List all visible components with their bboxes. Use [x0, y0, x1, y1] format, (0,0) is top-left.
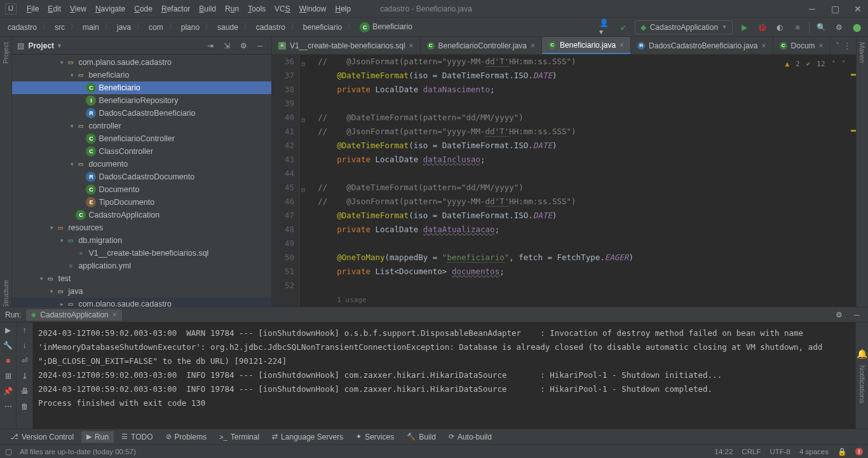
- stop-button[interactable]: ■: [0, 353, 16, 368]
- line-number[interactable]: 42: [272, 139, 294, 153]
- debug-button[interactable]: 🐞: [756, 21, 768, 34]
- fold-icon[interactable]: ⊟: [301, 113, 305, 127]
- status-icon[interactable]: ▢: [5, 447, 12, 456]
- line-number[interactable]: 43: [272, 153, 294, 167]
- line-number[interactable]: 37: [272, 69, 294, 83]
- editor-tab[interactable]: ≡V1__create-table-beneficiarios.sql×: [272, 37, 420, 54]
- tree-arrow-icon[interactable]: ▾: [68, 72, 76, 78]
- tabs-overflow[interactable]: ˅⋮: [831, 37, 856, 54]
- tree-node[interactable]: ▸▭com.plano.saude.cadastro: [12, 298, 271, 307]
- line-number[interactable]: 38: [272, 83, 294, 97]
- run-button[interactable]: ▶: [738, 21, 750, 34]
- line-number[interactable]: 39: [272, 97, 294, 111]
- maximize-button[interactable]: ▢: [830, 4, 840, 14]
- menu-build[interactable]: Build: [195, 3, 220, 15]
- breadcrumb-item[interactable]: main: [80, 22, 102, 33]
- close-icon[interactable]: ×: [409, 41, 414, 50]
- hide-icon[interactable]: ─: [850, 309, 863, 321]
- tree-node[interactable]: ▾▭com.plano.saude.cadastro: [12, 56, 271, 69]
- stripe-structure[interactable]: Structure: [2, 280, 10, 307]
- stop-button[interactable]: ■: [791, 21, 804, 34]
- up-icon[interactable]: ˄: [832, 57, 836, 71]
- settings-icon[interactable]: ⚙: [832, 21, 845, 34]
- tree-arrow-icon[interactable]: ▾: [48, 225, 55, 231]
- line-number[interactable]: 45: [272, 181, 294, 195]
- breadcrumb-item[interactable]: src: [52, 22, 67, 33]
- line-number[interactable]: 52: [272, 279, 294, 293]
- clear-button[interactable]: 🗑: [17, 399, 32, 414]
- minimize-button[interactable]: ─: [807, 4, 817, 14]
- tree-node[interactable]: ▾▭documento: [12, 158, 271, 170]
- close-icon[interactable]: ×: [112, 310, 117, 319]
- status-encoding[interactable]: UTF-8: [770, 448, 790, 455]
- coverage-button[interactable]: ◐: [773, 21, 786, 34]
- line-number[interactable]: 46: [272, 195, 294, 209]
- tree-node[interactable]: ETipoDocumento: [12, 196, 271, 209]
- tools-button[interactable]: 🔧: [0, 338, 16, 353]
- error-stripe[interactable]: [848, 55, 856, 307]
- line-number[interactable]: 40: [272, 111, 294, 125]
- project-tree[interactable]: ▾▭com.plano.saude.cadastro▾▭beneficiario…: [12, 55, 271, 307]
- user-icon[interactable]: 👤▾: [599, 21, 612, 34]
- menu-window[interactable]: Window: [295, 3, 330, 15]
- breadcrumb-item[interactable]: com: [146, 22, 166, 33]
- menu-help[interactable]: Help: [331, 3, 355, 15]
- editor-tab[interactable]: CBeneficiarioController.java×: [421, 37, 542, 54]
- breadcrumb-current[interactable]: CBeneficiario: [357, 21, 415, 34]
- gear-icon[interactable]: ⚙: [832, 309, 845, 321]
- chevron-down-icon[interactable]: ▼: [57, 43, 62, 49]
- close-button[interactable]: ✕: [853, 4, 863, 14]
- bottom-tab[interactable]: ⊘Problems: [161, 431, 212, 443]
- expand-all-icon[interactable]: ⇲: [220, 39, 233, 52]
- breadcrumb-item[interactable]: saude: [215, 22, 241, 33]
- tree-arrow-icon[interactable]: ▾: [58, 237, 65, 244]
- select-opened-file-icon[interactable]: ⇥: [204, 39, 217, 52]
- tree-node[interactable]: ▾▭java: [12, 285, 271, 298]
- editor-body[interactable]: ▲2 ✔12 ˄ ˅ 36373839404142434445464748495…: [272, 55, 855, 307]
- close-icon[interactable]: ×: [620, 41, 624, 50]
- bottom-tab[interactable]: ⇄Language Servers: [267, 431, 348, 443]
- tree-node[interactable]: CDocumento: [12, 183, 271, 196]
- bottom-tab[interactable]: ✦Services: [351, 431, 399, 443]
- breadcrumb-item[interactable]: cadastro: [5, 22, 39, 33]
- menu-tools[interactable]: Tools: [244, 3, 269, 15]
- editor-tab[interactable]: CBeneficiario.java×: [542, 37, 631, 54]
- up-button[interactable]: ↑: [17, 323, 32, 338]
- tree-node[interactable]: ▾▭test: [12, 272, 271, 285]
- menu-view[interactable]: View: [66, 3, 90, 15]
- breadcrumb-item[interactable]: plano: [179, 22, 202, 33]
- stripe-maven[interactable]: Maven: [858, 42, 866, 63]
- bell-icon[interactable]: 🔔: [857, 349, 867, 359]
- tree-node[interactable]: ▾▭db.migration: [12, 234, 271, 247]
- tree-node[interactable]: ▾▭controller: [12, 120, 271, 132]
- tree-node[interactable]: ≡V1__create-table-beneficiarios.sql: [12, 247, 271, 260]
- editor-tab[interactable]: RDadosCadastroBeneficiario.java×: [631, 37, 773, 54]
- gear-icon[interactable]: ⚙: [237, 39, 250, 52]
- stripe-project[interactable]: Project: [2, 42, 10, 64]
- line-number[interactable]: 49: [272, 237, 294, 251]
- tree-arrow-icon[interactable]: ▸: [58, 301, 65, 307]
- tree-node[interactable]: ≡application.yml: [12, 260, 271, 272]
- problems-indicator[interactable]: ▲2 ✔12 ˄ ˅: [785, 57, 845, 71]
- line-number[interactable]: 41: [272, 125, 294, 139]
- tree-arrow-icon[interactable]: ▾: [68, 161, 76, 167]
- status-indent[interactable]: 4 spaces: [799, 448, 829, 455]
- bottom-tab[interactable]: ☰TODO: [116, 431, 158, 443]
- menu-vcs[interactable]: VCS: [271, 3, 294, 15]
- update-project-icon[interactable]: ↙: [617, 21, 630, 34]
- console-output[interactable]: 2024-03-12T00:59:02.003-03:00 WARN 19784…: [33, 323, 855, 429]
- run-config-selector[interactable]: ◆ CadastroApplication ▼: [635, 20, 733, 34]
- bottom-tab[interactable]: 🔨Build: [402, 431, 441, 443]
- tree-node[interactable]: RDadosCadastroDocumento: [12, 170, 271, 183]
- bottom-tab[interactable]: ⎇Version Control: [5, 431, 79, 443]
- print-button[interactable]: 🖶: [17, 384, 32, 399]
- tree-node[interactable]: RDadosCadastroBeneficiario: [12, 107, 271, 120]
- menu-file[interactable]: File: [23, 3, 43, 15]
- breadcrumb-item[interactable]: cadastro: [254, 22, 288, 33]
- line-number[interactable]: 48: [272, 223, 294, 237]
- fold-icon[interactable]: ⊟: [301, 183, 305, 197]
- rerun-button[interactable]: ▶: [0, 323, 16, 338]
- bottom-tab[interactable]: >_Terminal: [214, 431, 264, 443]
- line-number[interactable]: 36: [272, 55, 294, 69]
- error-indicator[interactable]: !: [855, 448, 863, 455]
